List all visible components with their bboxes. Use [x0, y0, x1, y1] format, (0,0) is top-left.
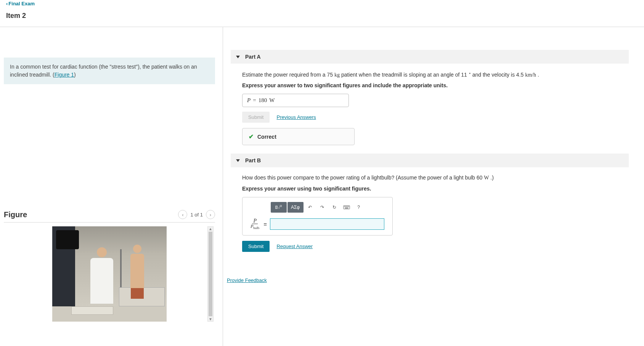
request-answer-link[interactable]: Request Answer — [276, 243, 313, 249]
figure-title: Figure — [4, 210, 27, 219]
svg-rect-9 — [345, 208, 348, 208]
keyboard-button[interactable] — [341, 202, 352, 213]
part-b-title: Part B — [245, 157, 261, 163]
part-a-submit-button: Submit — [242, 112, 270, 123]
provide-feedback-link[interactable]: Provide Feedback — [227, 277, 267, 283]
part-a-question: Estimate the power required from a 75 kg… — [242, 70, 629, 78]
left-pane: In a common test for cardiac function (t… — [0, 27, 223, 346]
part-b-body: How does this power compare to the power… — [231, 174, 629, 265]
svg-text:√: √ — [278, 206, 280, 210]
undo-button[interactable]: ↶ — [304, 202, 316, 213]
answer-value: 180 — [259, 97, 267, 104]
svg-rect-6 — [346, 206, 347, 207]
figure-image — [52, 226, 167, 322]
equation-toolbar: √ ΑΣφ ↶ ↷ ↻ ? — [247, 202, 388, 213]
answer-input-widget: √ ΑΣφ ↶ ↷ ↻ ? P Pbulb = — [242, 197, 393, 235]
figure-prev-button[interactable]: ‹ — [178, 210, 187, 219]
fraction-label: P Pbulb — [249, 218, 260, 231]
answer-equals: = — [253, 97, 256, 104]
correct-feedback: ✔ Correct — [242, 128, 355, 145]
answer-unit: W — [269, 97, 275, 104]
figure-next-button[interactable]: › — [206, 210, 215, 219]
part-a-body: Estimate the power required from a 75 kg… — [231, 70, 629, 154]
breadcrumb-label: Final Exam — [8, 1, 35, 6]
part-a-header[interactable]: Part A — [231, 50, 629, 64]
svg-rect-0 — [275, 206, 277, 209]
help-button[interactable]: ? — [353, 202, 365, 213]
collapse-icon — [236, 159, 240, 162]
right-pane: Part A Estimate the power required from … — [223, 27, 644, 346]
breadcrumb[interactable]: ‹Final Exam — [6, 0, 638, 9]
problem-text-prefix: In a common test for cardiac function (t… — [10, 64, 197, 78]
part-a-answer: P = 180 W — [242, 94, 349, 107]
page-title: Item 2 — [6, 9, 638, 27]
collapse-icon — [236, 56, 240, 58]
svg-rect-8 — [348, 206, 349, 207]
part-a-instructions: Express your answer to two significant f… — [242, 82, 629, 88]
problem-statement: In a common test for cardiac function (t… — [4, 58, 215, 84]
reset-button[interactable]: ↻ — [329, 202, 340, 213]
answer-variable: P — [247, 97, 251, 104]
svg-rect-5 — [345, 206, 346, 207]
part-b-question: How does this power compare to the power… — [242, 174, 629, 182]
part-a-title: Part A — [245, 54, 261, 60]
svg-rect-2 — [280, 205, 281, 207]
figure-link[interactable]: Figure 1 — [55, 72, 74, 78]
svg-rect-3 — [343, 205, 349, 209]
scroll-thumb[interactable] — [209, 232, 212, 316]
chevron-left-icon: ‹ — [6, 1, 8, 6]
scroll-down-icon[interactable]: ▼ — [209, 317, 212, 321]
check-icon: ✔ — [249, 133, 254, 140]
part-b-submit-button[interactable]: Submit — [242, 241, 270, 252]
redo-button[interactable]: ↷ — [316, 202, 328, 213]
greek-button[interactable]: ΑΣφ — [287, 202, 304, 213]
problem-text-suffix: ) — [74, 72, 76, 78]
svg-rect-4 — [344, 206, 345, 207]
svg-rect-7 — [347, 206, 348, 207]
figure-pager: 1 of 1 — [190, 212, 203, 218]
templates-button[interactable]: √ — [271, 202, 287, 213]
equals-sign: = — [263, 221, 267, 227]
part-b-instructions: Express your answer using two significan… — [242, 186, 629, 192]
scroll-up-icon[interactable]: ▲ — [209, 227, 212, 231]
part-b-answer-input[interactable] — [270, 218, 384, 230]
correct-label: Correct — [257, 134, 276, 140]
figure-scrollbar[interactable]: ▲ ▼ — [207, 226, 214, 322]
part-b-header[interactable]: Part B — [231, 154, 629, 167]
previous-answers-link[interactable]: Previous Answers — [276, 114, 316, 120]
